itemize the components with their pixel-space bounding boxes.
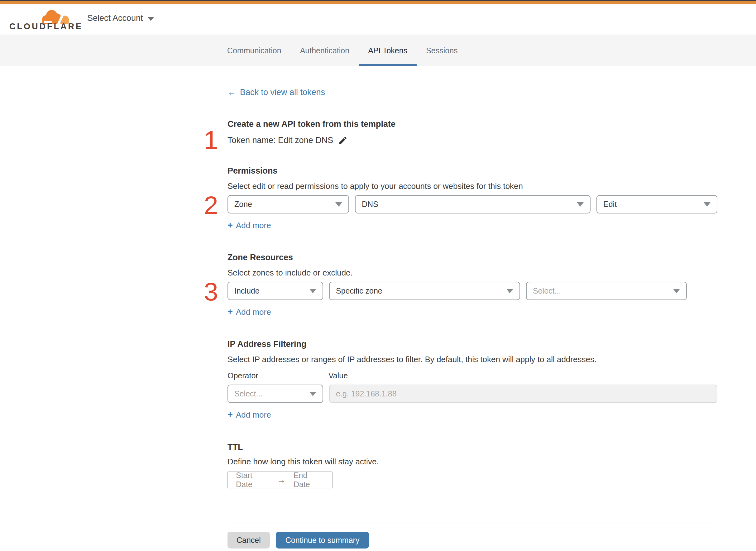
zone-resources-add-more-button[interactable]: + Add more [227, 307, 271, 317]
back-link-label: Back to view all tokens [240, 87, 325, 97]
ip-operator-select[interactable]: Select... [227, 385, 323, 403]
plus-icon: + [227, 307, 233, 316]
cloudflare-logo: CLOUDFLARE [9, 6, 72, 34]
ip-filtering-labels: Operator Value [227, 371, 718, 380]
add-more-label: Add more [236, 410, 271, 420]
zone-mode-select[interactable]: Include [227, 282, 323, 300]
permission-resource-value: DNS [362, 200, 378, 209]
token-template-form: ← Back to view all tokens Create a new A… [0, 66, 718, 549]
caret-down-icon [506, 289, 513, 293]
zone-picker-placeholder: Select... [533, 287, 561, 296]
ttl-date-range-picker[interactable]: Start Date → End Date [227, 472, 332, 488]
brand-accent-bar [0, 1, 756, 4]
caret-down-icon [335, 202, 342, 207]
permission-access-value: Edit [603, 200, 617, 209]
cancel-button[interactable]: Cancel [227, 532, 270, 549]
plus-icon: + [227, 220, 233, 230]
zone-resources-description: Select zones to include or exclude. [227, 268, 718, 278]
zone-type-select[interactable]: Specific zone [329, 282, 520, 300]
ip-filtering-row: Select... [227, 385, 718, 403]
end-date-placeholder: End Date [293, 471, 324, 489]
ip-filtering-title: IP Address Filtering [227, 339, 718, 349]
profile-tabs: Communication Authentication API Tokens … [0, 35, 756, 66]
ip-filtering-add-more-button[interactable]: + Add more [227, 410, 271, 420]
value-label: Value [328, 371, 348, 380]
continue-to-summary-button[interactable]: Continue to summary [276, 532, 369, 549]
permission-access-select[interactable]: Edit [597, 195, 717, 213]
step-annotation-1: 1 [201, 127, 221, 153]
ip-operator-placeholder: Select... [234, 389, 262, 398]
tab-sessions[interactable]: Sessions [417, 35, 467, 66]
tab-api-tokens[interactable]: API Tokens [359, 35, 417, 66]
tab-communication[interactable]: Communication [218, 35, 291, 66]
permissions-row: Zone DNS Edit [227, 195, 718, 213]
permission-scope-value: Zone [234, 200, 252, 209]
account-selector-label: Select Account [87, 13, 143, 23]
caret-down-icon [577, 202, 584, 207]
step-annotation-3: 3 [201, 279, 221, 305]
back-to-tokens-link[interactable]: ← Back to view all tokens [227, 87, 325, 97]
ttl-description: Define how long this token will stay act… [227, 457, 718, 466]
left-arrow-icon: ← [227, 87, 236, 97]
permissions-title: Permissions [227, 166, 718, 176]
footer-actions: Cancel Continue to summary [227, 532, 718, 549]
permissions-add-more-button[interactable]: + Add more [227, 220, 271, 230]
ip-filtering-description: Select IP addresses or ranges of IP addr… [227, 355, 718, 364]
permission-scope-select[interactable]: Zone [227, 195, 349, 213]
operator-label: Operator [227, 371, 328, 380]
ttl-title: TTL [227, 442, 718, 452]
logo-wordmark: CLOUDFLARE [9, 22, 83, 31]
edit-pencil-icon[interactable] [338, 135, 348, 145]
start-date-placeholder: Start Date [236, 471, 269, 489]
tab-authentication[interactable]: Authentication [291, 35, 359, 66]
step-annotation-2: 2 [201, 192, 221, 218]
right-arrow-icon: → [277, 475, 285, 485]
account-selector[interactable]: Select Account [87, 13, 154, 23]
ip-value-input[interactable] [329, 385, 717, 403]
add-more-label: Add more [236, 221, 271, 230]
zone-mode-value: Include [234, 287, 259, 296]
zone-resources-row: Include Specific zone Select... [227, 282, 718, 300]
caret-down-icon [309, 289, 316, 293]
token-name-row: Token name: Edit zone DNS [227, 135, 718, 145]
chevron-down-icon [148, 17, 154, 21]
permission-resource-select[interactable]: DNS [355, 195, 591, 213]
app-header: CLOUDFLARE Select Account [0, 4, 756, 35]
token-name-text: Token name: Edit zone DNS [227, 135, 333, 145]
caret-down-icon [704, 202, 711, 207]
zone-type-value: Specific zone [336, 287, 383, 296]
permissions-description: Select edit or read permissions to apply… [227, 181, 718, 191]
page: CLOUDFLARE Select Account Communication … [0, 0, 756, 551]
plus-icon: + [227, 410, 233, 419]
add-more-label: Add more [236, 307, 271, 317]
zone-picker-select[interactable]: Select... [526, 282, 687, 300]
footer-divider [227, 523, 718, 523]
template-heading: Create a new API token from this templat… [227, 119, 718, 129]
caret-down-icon [309, 392, 316, 396]
caret-down-icon [673, 289, 680, 293]
zone-resources-title: Zone Resources [227, 252, 718, 262]
